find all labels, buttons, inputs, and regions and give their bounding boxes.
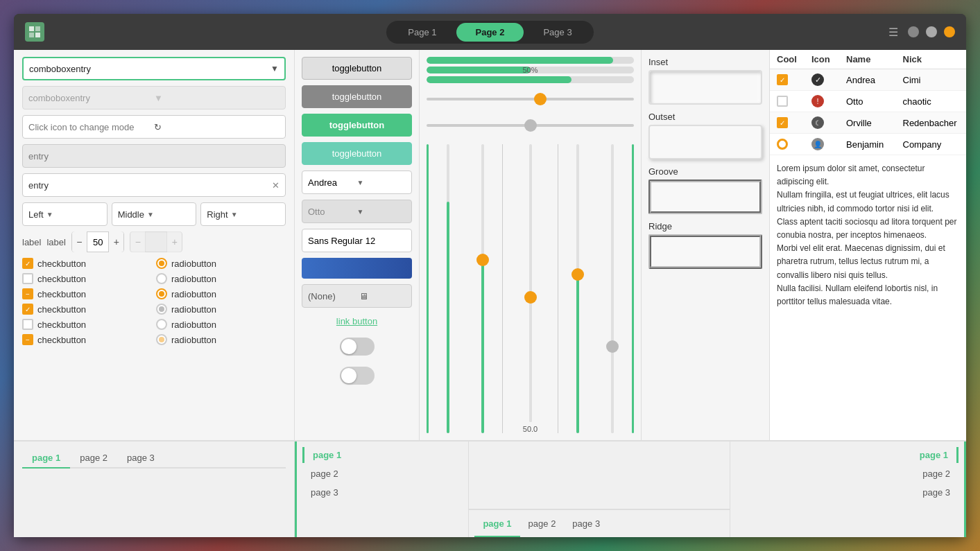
select-right-arrow: ▼ bbox=[231, 211, 238, 218]
bottom-right-tab2[interactable]: page 2 bbox=[736, 466, 958, 482]
h-slider-2-thumb[interactable] bbox=[524, 119, 537, 132]
frame-ridge: Ridge bbox=[648, 221, 762, 269]
maximize-button[interactable] bbox=[926, 26, 937, 37]
refresh-icon[interactable]: ↻ bbox=[154, 122, 280, 132]
bottom-mid2-tab1[interactable]: page 1 bbox=[474, 516, 519, 537]
toggle-btn-4[interactable]: togglebutton bbox=[302, 142, 412, 165]
v-slider-3[interactable]: 50.0 bbox=[507, 144, 553, 433]
bottom-mid1-tab3[interactable]: page 3 bbox=[302, 484, 350, 500]
spinner-minus[interactable]: − bbox=[72, 231, 87, 252]
selects-row: Left ▼ Middle ▼ Right ▼ bbox=[22, 202, 286, 226]
v-slider-4[interactable] bbox=[562, 144, 593, 433]
page-tabs: Page 1 Page 2 Page 3 bbox=[386, 21, 593, 44]
checkbox-3[interactable]: − bbox=[22, 288, 33, 299]
toggle-btn-2[interactable]: togglebutton bbox=[302, 85, 412, 108]
close-button[interactable] bbox=[944, 26, 955, 37]
icon-orville: ☾ bbox=[811, 116, 824, 129]
combo-entry-active[interactable]: ▼ bbox=[22, 57, 286, 80]
radio-4[interactable] bbox=[156, 304, 167, 315]
tab-page2[interactable]: Page 2 bbox=[456, 23, 524, 42]
select-right[interactable]: Right ▼ bbox=[200, 202, 286, 226]
radio-3[interactable] bbox=[156, 288, 167, 299]
checkbox-5[interactable] bbox=[22, 319, 33, 330]
bottom-tab-page3[interactable]: page 3 bbox=[117, 448, 164, 467]
entry-clear-text: entry bbox=[28, 180, 272, 191]
spinner-box1[interactable]: − 50 + bbox=[71, 231, 124, 252]
combo-input-active[interactable] bbox=[29, 64, 270, 74]
checkbox-2[interactable] bbox=[22, 273, 33, 284]
radio-2[interactable] bbox=[156, 273, 167, 284]
combo-arrow-active[interactable]: ▼ bbox=[270, 64, 279, 73]
cool-benjamin[interactable] bbox=[777, 139, 788, 150]
bottom-mid2-tab3[interactable]: page 3 bbox=[564, 516, 608, 532]
cool-otto[interactable] bbox=[777, 96, 788, 107]
color-chooser[interactable] bbox=[302, 258, 412, 279]
v-slider-4-thumb[interactable] bbox=[571, 268, 584, 281]
dropdown-andrea-arrow: ▼ bbox=[357, 179, 406, 186]
nick-otto: chaotic bbox=[903, 96, 960, 107]
switch-2-container bbox=[302, 364, 412, 387]
tree-view: Cool Icon Name Nick ✓ ✓ Andrea Cimi ! Ot… bbox=[770, 50, 966, 155]
dropdown-andrea[interactable]: Andrea ▼ bbox=[302, 170, 412, 194]
h-slider-1[interactable] bbox=[427, 89, 634, 110]
lorem-text: Lorem ipsum dolor sit amet, consectetur … bbox=[777, 162, 959, 308]
bottom-mid1-tab2[interactable]: page 2 bbox=[302, 466, 350, 482]
toggle-btn-3[interactable]: togglebutton bbox=[302, 114, 412, 137]
dropdown-otto-text: Otto bbox=[308, 207, 357, 217]
switch-1[interactable] bbox=[340, 338, 375, 356]
v-slider-1[interactable] bbox=[433, 144, 463, 433]
radio-6[interactable] bbox=[156, 334, 167, 345]
bottom-mid2-tabs: page 1 page 2 page 3 bbox=[469, 509, 730, 537]
v-slider-2-thumb[interactable] bbox=[476, 254, 489, 266]
icon-andrea: ✓ bbox=[811, 73, 824, 86]
tree-row-orville[interactable]: ✓ ☾ Orville Redenbacher bbox=[770, 112, 966, 134]
tree-row-andrea[interactable]: ✓ ✓ Andrea Cimi bbox=[770, 69, 966, 91]
titlebar: Page 1 Page 2 Page 3 ☰ bbox=[14, 14, 966, 50]
bottom-mid1-tab1[interactable]: page 1 bbox=[302, 447, 350, 463]
check-row-2: checkbutton bbox=[22, 273, 152, 284]
spinner-value: 50 bbox=[87, 237, 108, 247]
tree-row-benjamin[interactable]: 👤 Benjamin Company bbox=[770, 134, 966, 155]
search-entry[interactable]: Click icon to change mode ↻ bbox=[22, 115, 286, 139]
cool-andrea[interactable]: ✓ bbox=[777, 74, 788, 85]
tab-page3[interactable]: Page 3 bbox=[524, 23, 591, 42]
check-row-4: ✓ checkbutton bbox=[22, 304, 152, 315]
link-button[interactable]: link button bbox=[302, 313, 412, 329]
bottom-mid2-tab2[interactable]: page 2 bbox=[520, 516, 565, 532]
clear-icon[interactable]: ✕ bbox=[272, 180, 280, 191]
name-benjamin: Benjamin bbox=[846, 139, 903, 150]
menu-icon[interactable]: ☰ bbox=[888, 26, 898, 39]
v-slider-3-thumb[interactable] bbox=[524, 291, 537, 304]
bottom-tab-page2[interactable]: page 2 bbox=[70, 448, 117, 467]
font-selector[interactable]: Sans Regular 12 bbox=[302, 229, 412, 252]
checkbox-4[interactable]: ✓ bbox=[22, 304, 33, 315]
radio-1[interactable] bbox=[156, 258, 167, 269]
tree-row-otto[interactable]: ! Otto chaotic bbox=[770, 91, 966, 112]
select-left[interactable]: Left ▼ bbox=[22, 202, 108, 226]
h-slider-1-thumb[interactable] bbox=[534, 93, 547, 105]
v-slider-2[interactable] bbox=[467, 144, 498, 433]
checkbox-6[interactable]: − bbox=[22, 334, 33, 345]
nick-andrea: Cimi bbox=[903, 75, 960, 85]
checkbox-1[interactable]: ✓ bbox=[22, 258, 33, 269]
v-slider-5[interactable] bbox=[597, 144, 628, 433]
cool-orville[interactable]: ✓ bbox=[777, 117, 788, 128]
bottom-tab-page1[interactable]: page 1 bbox=[22, 448, 70, 469]
switch-2[interactable] bbox=[340, 367, 375, 385]
entry-with-clear[interactable]: entry ✕ bbox=[22, 173, 286, 197]
toggle-btn-1[interactable]: togglebutton bbox=[302, 57, 412, 80]
bottom-right-tab3[interactable]: page 3 bbox=[736, 484, 958, 500]
spinner-label1: label bbox=[22, 237, 41, 247]
name-otto: Otto bbox=[846, 96, 903, 107]
select-left-label: Left bbox=[28, 209, 44, 220]
bottom-right-tab1[interactable]: page 1 bbox=[736, 447, 958, 463]
tab-page1[interactable]: Page 1 bbox=[388, 23, 456, 42]
file-chooser[interactable]: (None) 🖥 bbox=[302, 284, 412, 308]
bottom-mid2: page 1 page 2 page 3 bbox=[469, 441, 730, 537]
spinner-plus[interactable]: + bbox=[108, 231, 123, 252]
minimize-button[interactable] bbox=[908, 26, 919, 37]
v-slider-5-thumb[interactable] bbox=[606, 340, 619, 353]
radio-5[interactable] bbox=[156, 319, 167, 330]
h-slider-2[interactable] bbox=[427, 115, 634, 136]
select-middle[interactable]: Middle ▼ bbox=[112, 202, 197, 226]
